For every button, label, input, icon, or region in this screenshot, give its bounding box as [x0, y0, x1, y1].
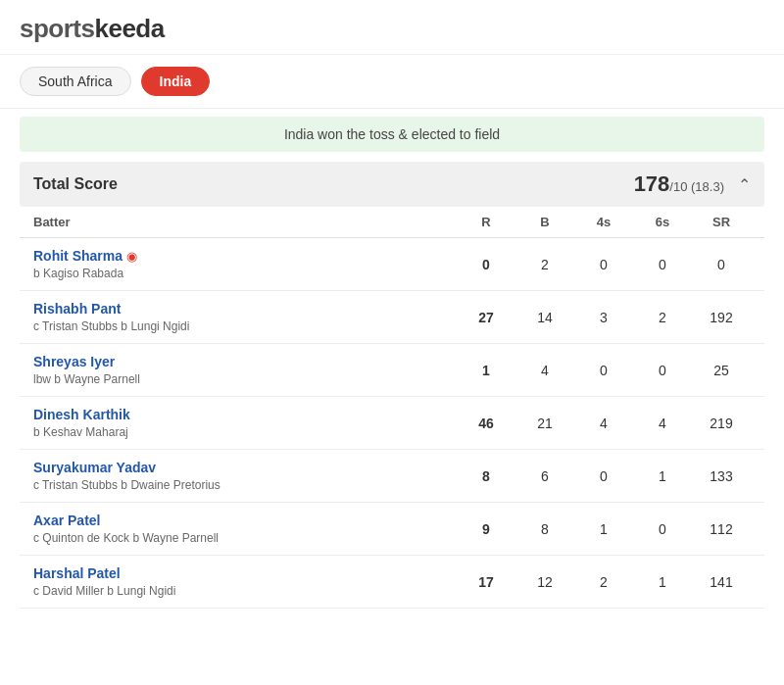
batter-name[interactable]: Shreyas Iyer [33, 354, 115, 369]
team-tab-india[interactable]: India [141, 67, 211, 96]
team-tabs-container: South Africa India [0, 55, 784, 109]
stat-fours: 1 [574, 521, 633, 537]
batter-name[interactable]: Dinesh Karthik [33, 407, 130, 422]
batter-name[interactable]: Harshal Patel [33, 565, 121, 581]
col-sr: SR [692, 215, 751, 229]
scorecard: Total Score 178/10 (18.3) ⌃ Batter R B 4… [20, 162, 764, 609]
table-row: Shreyas Iyer lbw b Wayne Parnell 1 4 0 0… [20, 344, 764, 397]
stat-sr: 112 [692, 521, 751, 537]
stat-sr: 192 [692, 310, 751, 325]
stat-balls: 21 [515, 416, 574, 431]
stat-sixes: 2 [633, 310, 692, 325]
batter-name[interactable]: Suryakumar Yadav [33, 460, 156, 475]
stat-sixes: 1 [633, 468, 692, 484]
site-header: sportskeeda [0, 0, 784, 55]
stat-balls: 6 [515, 468, 574, 484]
stat-sr: 0 [692, 257, 751, 272]
logo-part2: keeda [94, 14, 164, 43]
toss-text: India won the toss & elected to field [284, 126, 500, 142]
stat-balls: 14 [515, 310, 574, 325]
stat-runs: 1 [457, 363, 515, 378]
table-row: Rishabh Pant c Tristan Stubbs b Lungi Ng… [20, 291, 764, 344]
stat-balls: 4 [515, 363, 574, 378]
batter-dismissal: c Tristan Stubbs b Dwaine Pretorius [33, 478, 457, 492]
total-score-main: 178/10 (18.3) [634, 171, 724, 197]
toss-banner: India won the toss & elected to field [20, 117, 764, 152]
table-row: Rohit Sharma ◉ b Kagiso Rabada 0 2 0 0 0 [20, 238, 764, 291]
site-logo: sportskeeda [20, 14, 764, 44]
batter-dismissal: c David Miller b Lungi Ngidi [33, 584, 457, 598]
wicket-icon: ◉ [126, 249, 137, 264]
table-row: Dinesh Karthik b Keshav Maharaj 46 21 4 … [20, 397, 764, 450]
batter-dismissal: c Tristan Stubbs b Lungi Ngidi [33, 319, 457, 333]
stat-fours: 0 [574, 363, 633, 378]
stat-balls: 2 [515, 257, 574, 272]
col-r: R [457, 215, 515, 229]
table-row: Suryakumar Yadav c Tristan Stubbs b Dwai… [20, 450, 764, 503]
col-batter: Batter [33, 215, 457, 229]
collapse-icon[interactable]: ⌃ [738, 175, 751, 194]
stat-balls: 8 [515, 521, 574, 537]
stat-sixes: 4 [633, 416, 692, 431]
stat-fours: 4 [574, 416, 633, 431]
stat-runs: 8 [457, 468, 515, 484]
stat-sixes: 1 [633, 574, 692, 590]
team-tab-south-africa[interactable]: South Africa [20, 67, 131, 96]
stat-fours: 3 [574, 310, 633, 325]
stat-sr: 141 [692, 574, 751, 590]
total-score-label: Total Score [33, 175, 118, 193]
batter-dismissal: c Quinton de Kock b Wayne Parnell [33, 531, 457, 545]
stat-sr: 25 [692, 363, 751, 378]
stat-fours: 2 [574, 574, 633, 590]
total-score-row: Total Score 178/10 (18.3) ⌃ [20, 162, 764, 207]
stat-runs: 0 [457, 257, 515, 272]
batter-name[interactable]: Rishabh Pant [33, 301, 121, 317]
batter-name[interactable]: Axar Patel [33, 513, 100, 528]
table-header: Batter R B 4s 6s SR [20, 207, 764, 238]
batters-container: Rohit Sharma ◉ b Kagiso Rabada 0 2 0 0 0… [20, 238, 764, 609]
score-detail: /10 (18.3) [669, 179, 724, 194]
stat-balls: 12 [515, 574, 574, 590]
stat-runs: 9 [457, 521, 515, 537]
batter-name[interactable]: Rohit Sharma [33, 248, 122, 264]
stat-sr: 133 [692, 468, 751, 484]
total-score-value: 178/10 (18.3) ⌃ [634, 171, 751, 197]
stat-sixes: 0 [633, 521, 692, 537]
stat-runs: 27 [457, 310, 515, 325]
stat-fours: 0 [574, 257, 633, 272]
stat-runs: 17 [457, 574, 515, 590]
table-row: Harshal Patel c David Miller b Lungi Ngi… [20, 556, 764, 609]
stat-sr: 219 [692, 416, 751, 431]
score-runs: 178 [634, 171, 670, 196]
stat-sixes: 0 [633, 363, 692, 378]
batter-dismissal: b Keshav Maharaj [33, 425, 457, 439]
stat-runs: 46 [457, 416, 515, 431]
col-4s: 4s [574, 215, 633, 229]
table-row: Axar Patel c Quinton de Kock b Wayne Par… [20, 503, 764, 556]
batter-dismissal: b Kagiso Rabada [33, 267, 457, 280]
logo-part1: sports [20, 14, 94, 43]
stat-sixes: 0 [633, 257, 692, 272]
batter-dismissal: lbw b Wayne Parnell [33, 372, 457, 386]
col-6s: 6s [633, 215, 692, 229]
col-b: B [515, 215, 574, 229]
stat-fours: 0 [574, 468, 633, 484]
